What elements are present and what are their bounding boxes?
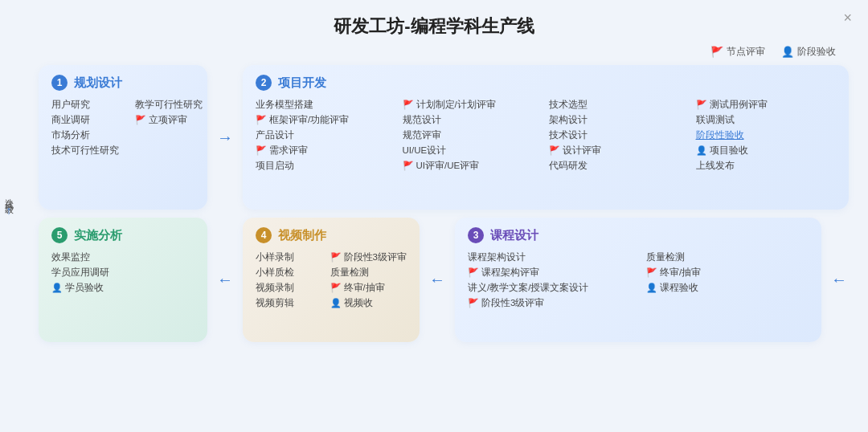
block-dev-col1: 业务模型搭建 🚩框架评审/功能评审 产品设计 🚩需求评审 项目启动 (256, 97, 396, 173)
list-item: 技术可行性研究 (51, 143, 119, 158)
list-item: 学员应用调研 (51, 265, 194, 280)
side-label: 迭代升级 (3, 191, 15, 201)
block-analysis: 5 实施分析 效果监控 学员应用调研 👤学员验收 (39, 218, 207, 342)
block-dev-col4: 🚩测试用例评审 联调测试 阶段性验收 👤项目验收 上线发布 (696, 97, 837, 173)
block-dev: 2 项目开发 业务模型搭建 🚩框架评审/功能评审 产品设计 🚩需求评审 项目启动… (243, 65, 849, 210)
block-video-title: 4 视频制作 (256, 227, 407, 243)
arrow-right-1: → (215, 128, 235, 147)
block-dev-col2: 🚩计划制定/计划评审 规范设计 规范评审 UI/UE设计 🚩UI评审/UE评审 (403, 97, 543, 173)
block-analysis-title: 5 实施分析 (51, 227, 194, 243)
block-course-num: 3 (468, 227, 484, 243)
list-item: UI/UE设计 (403, 143, 543, 158)
legend: 🚩 节点评审 👤 阶段验收 (0, 45, 868, 59)
block-planning: 1 规划设计 用户研究 商业调研 市场分析 技术可行性研究 教学可行性研究 🚩立… (39, 65, 207, 210)
list-item: 业务模型搭建 (256, 97, 396, 112)
legend-person: 👤 阶段验收 (781, 45, 836, 59)
top-row: 1 规划设计 用户研究 商业调研 市场分析 技术可行性研究 教学可行性研究 🚩立… (39, 65, 849, 210)
list-item: 上线发布 (696, 158, 837, 173)
list-item: 讲义/教学文案/授课文案设计 (468, 280, 630, 295)
list-item: 质量检测 (330, 265, 407, 280)
list-item: 用户研究 (51, 97, 119, 112)
arrow-left-2: ← (428, 271, 447, 289)
arrow-left-3: ← (829, 271, 849, 289)
block-dev-col3: 技术选型 架构设计 技术设计 🚩设计评审 代码研发 (549, 97, 690, 173)
block-planning-content: 用户研究 商业调研 市场分析 技术可行性研究 教学可行性研究 🚩立项评审 (51, 97, 194, 158)
block-analysis-content: 效果监控 学员应用调研 👤学员验收 (51, 250, 194, 295)
list-item: 👤项目验收 (696, 143, 837, 158)
person-icon: 👤 (781, 46, 794, 58)
legend-flag: 🚩 节点评审 (710, 45, 765, 59)
block-course-content: 课程架构设计 🚩课程架构评审 讲义/教学文案/授课文案设计 🚩阶段性3级评审 质… (468, 250, 809, 311)
list-item: 🚩立项评审 (135, 112, 203, 128)
list-item: 规范设计 (403, 112, 543, 128)
list-item: 课程架构设计 (468, 250, 630, 265)
block-planning-num: 1 (51, 75, 68, 91)
list-item: 技术设计 (549, 128, 690, 143)
block-course-col2: 质量检测 🚩终审/抽审 👤课程验收 (646, 250, 809, 311)
list-item: 🚩计划制定/计划评审 (403, 97, 543, 112)
list-item: 🚩需求评审 (256, 143, 396, 158)
block-course-col1: 课程架构设计 🚩课程架构评审 讲义/教学文案/授课文案设计 🚩阶段性3级评审 (468, 250, 630, 311)
list-item: 👤课程验收 (646, 280, 809, 295)
list-item: 🚩阶段性3级评审 (330, 250, 407, 265)
list-item: 🚩设计评审 (549, 143, 690, 158)
block-video: 4 视频制作 小样录制 小样质检 视频录制 视频剪辑 🚩阶段性3级评审 质量检测… (243, 218, 420, 342)
block-planning-col2: 教学可行性研究 🚩立项评审 (135, 97, 203, 158)
list-item: 🚩终审/抽审 (330, 280, 407, 295)
list-item: 效果监控 (51, 250, 194, 265)
list-item: 市场分析 (51, 128, 119, 143)
list-item: 视频剪辑 (256, 295, 314, 311)
block-course: 3 课程设计 课程架构设计 🚩课程架构评审 讲义/教学文案/授课文案设计 🚩阶段… (455, 218, 821, 342)
block-planning-col1: 用户研究 商业调研 市场分析 技术可行性研究 (51, 97, 119, 158)
main-content: 迭代升级 ↑ 1 规划设计 用户研究 商业调研 市场分析 技术可行性研究 教学可… (0, 65, 868, 342)
block-video-num: 4 (256, 227, 272, 243)
flag-icon: 🚩 (710, 46, 723, 58)
legend-person-label: 阶段验收 (797, 45, 836, 59)
list-item: 联调测试 (696, 112, 837, 128)
block-dev-num: 2 (256, 75, 272, 91)
list-item: 🚩UI评审/UE评审 (403, 158, 543, 173)
list-item: 代码研发 (549, 158, 690, 173)
list-item: 小样录制 (256, 250, 314, 265)
list-item: 🚩课程架构评审 (468, 265, 630, 280)
block-dev-title: 2 项目开发 (256, 75, 836, 91)
list-item: 🚩阶段性3级评审 (468, 295, 630, 311)
list-item: 🚩框架评审/功能评审 (256, 112, 396, 128)
list-item: 视频录制 (256, 280, 314, 295)
list-item: 商业调研 (51, 112, 119, 128)
list-item: 项目启动 (256, 158, 396, 173)
block-video-content: 小样录制 小样质检 视频录制 视频剪辑 🚩阶段性3级评审 质量检测 🚩终审/抽审… (256, 250, 407, 311)
list-item: 👤学员验收 (51, 280, 194, 295)
list-item: 🚩终审/抽审 (646, 265, 809, 280)
block-video-col1: 小样录制 小样质检 视频录制 视频剪辑 (256, 250, 314, 311)
arrow-left-1: ← (215, 271, 235, 289)
list-item: 质量检测 (646, 250, 809, 265)
close-button[interactable]: × (843, 10, 852, 26)
side-arrow-up: ↑ (6, 204, 12, 217)
list-item: 小样质检 (256, 265, 314, 280)
list-item: 🚩测试用例评审 (696, 97, 837, 112)
list-item: 技术选型 (549, 97, 690, 112)
list-item: 教学可行性研究 (135, 97, 203, 112)
list-item: 产品设计 (256, 128, 396, 143)
list-item: 规范评审 (403, 128, 543, 143)
page-title: 研发工坊-编程学科生产线 (0, 0, 868, 39)
block-course-title: 3 课程设计 (468, 227, 809, 243)
list-item: 架构设计 (549, 112, 690, 128)
block-planning-title: 1 规划设计 (51, 75, 194, 91)
block-analysis-num: 5 (51, 227, 68, 243)
bottom-row: 5 实施分析 效果监控 学员应用调研 👤学员验收 ← 4 视频制作 小样录制 小… (39, 218, 849, 342)
block-video-col2: 🚩阶段性3级评审 质量检测 🚩终审/抽审 👤视频收 (330, 250, 407, 311)
legend-flag-label: 节点评审 (727, 45, 765, 59)
list-item: 👤视频收 (330, 295, 407, 311)
block-dev-content: 业务模型搭建 🚩框架评审/功能评审 产品设计 🚩需求评审 项目启动 🚩计划制定/… (256, 97, 836, 173)
list-item[interactable]: 阶段性验收 (696, 128, 837, 143)
